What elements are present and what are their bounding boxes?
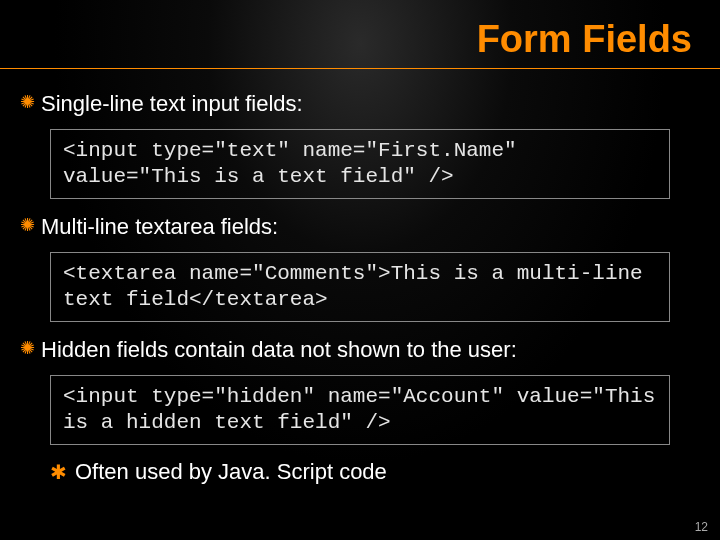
bullet-text: Multi-line textarea fields: <box>41 213 278 242</box>
burst-icon: ✺ <box>20 213 35 238</box>
content-area: ✺ Single-line text input fields: <input … <box>20 84 700 485</box>
code-box: <input type="hidden" name="Account" valu… <box>50 375 670 446</box>
burst-icon: ✺ <box>20 90 35 115</box>
bullet-item: ✺ Single-line text input fields: <box>20 90 700 119</box>
star-icon: ✱ <box>50 459 67 485</box>
burst-icon: ✺ <box>20 336 35 361</box>
title-divider <box>0 68 720 69</box>
code-box: <textarea name="Comments">This is a mult… <box>50 252 670 323</box>
sub-bullet-text: Often used by Java. Script code <box>75 459 387 485</box>
sub-bullet-item: ✱ Often used by Java. Script code <box>50 459 700 485</box>
slide-title: Form Fields <box>477 18 692 61</box>
bullet-item: ✺ Hidden fields contain data not shown t… <box>20 336 700 365</box>
code-box: <input type="text" name="First.Name" val… <box>50 129 670 200</box>
bullet-text: Single-line text input fields: <box>41 90 303 119</box>
bullet-item: ✺ Multi-line textarea fields: <box>20 213 700 242</box>
bullet-text: Hidden fields contain data not shown to … <box>41 336 517 365</box>
page-number: 12 <box>695 520 708 534</box>
